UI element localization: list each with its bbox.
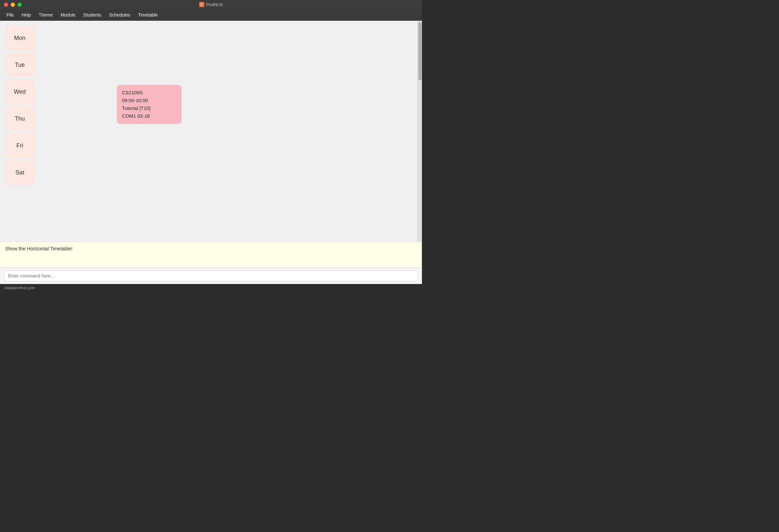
output-text: Show the Horizontal Timetable!: [5, 246, 73, 251]
course-module: CS2109S: [122, 89, 176, 96]
maximize-button[interactable]: [17, 3, 22, 7]
menu-theme[interactable]: Theme: [35, 11, 56, 19]
menu-help[interactable]: Help: [18, 11, 35, 19]
menu-bar: File Help Theme Module Students Schedule…: [0, 9, 422, 21]
course-card: CS2109S 09:00-10:00 Tutorial [T10] COM1 …: [117, 85, 182, 124]
day-wed[interactable]: Wed: [5, 80, 35, 104]
menu-module[interactable]: Module: [57, 11, 79, 19]
command-input[interactable]: [4, 270, 418, 281]
window-controls[interactable]: [4, 3, 22, 7]
scrollbar[interactable]: [417, 21, 422, 242]
close-button[interactable]: [4, 3, 8, 7]
timetable-area: Mon Tue Wed Thu Fri Sat CS2109S 09:00-10…: [0, 21, 422, 242]
menu-file[interactable]: File: [3, 11, 17, 19]
day-thu[interactable]: Thu: [5, 107, 35, 131]
course-type: Tutorial [T10]: [122, 105, 176, 112]
menu-schedules[interactable]: Schedules: [106, 11, 133, 19]
status-bar: ./data/profnus.json: [0, 284, 422, 292]
day-tue[interactable]: Tue: [5, 53, 35, 77]
main-content: Mon Tue Wed Thu Fri Sat CS2109S 09:00-10…: [0, 21, 422, 284]
day-sat[interactable]: Sat: [5, 160, 35, 185]
command-bar: [0, 267, 422, 284]
menu-timetable[interactable]: Timetable: [135, 11, 161, 19]
minimize-button[interactable]: [11, 3, 15, 7]
course-time: 09:00-10:00: [122, 96, 176, 105]
menu-students[interactable]: Students: [80, 11, 105, 19]
title-text: ProfNUS: [206, 2, 223, 7]
course-room: COM1 02-18: [122, 112, 176, 120]
status-path: ./data/profnus.json: [3, 286, 35, 290]
scroll-thumb[interactable]: [418, 22, 422, 80]
app-icon: P: [199, 2, 204, 7]
window-title: P ProfNUS: [199, 2, 223, 7]
day-fri[interactable]: Fri: [5, 134, 35, 158]
output-area: Show the Horizontal Timetable!: [0, 242, 422, 267]
day-mon[interactable]: Mon: [5, 26, 35, 50]
title-bar: P ProfNUS: [0, 0, 422, 9]
days-column: Mon Tue Wed Thu Fri Sat: [5, 26, 35, 185]
